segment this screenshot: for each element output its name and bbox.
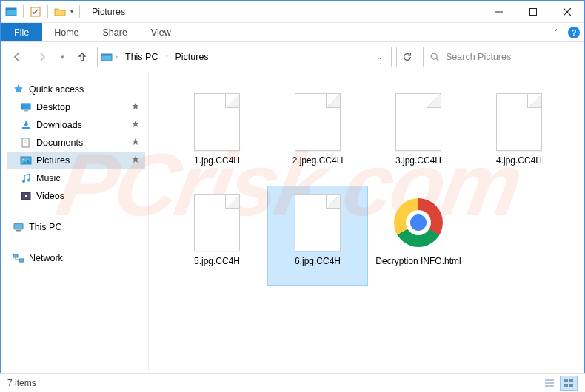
svg-point-19 bbox=[22, 180, 25, 183]
svg-rect-25 bbox=[19, 259, 24, 262]
sidebar-item-music[interactable]: Music bbox=[7, 169, 145, 187]
sidebar-item-label: Quick access bbox=[29, 84, 84, 95]
file-item[interactable]: 2.jpeg.CC4H bbox=[267, 85, 368, 186]
address-dropdown-button[interactable]: ⌄ bbox=[373, 53, 388, 61]
file-item[interactable]: 1.jpg.CC4H bbox=[167, 85, 267, 186]
status-bar: 7 items bbox=[0, 373, 585, 392]
file-name: 6.jpg.CC4H bbox=[295, 256, 341, 267]
quick-access-toolbar: ▾ bbox=[5, 5, 83, 18]
breadcrumb-this-pc[interactable]: This PC bbox=[121, 50, 162, 64]
details-view-button[interactable] bbox=[541, 376, 558, 391]
close-button[interactable] bbox=[550, 1, 584, 23]
refresh-button[interactable] bbox=[396, 47, 418, 67]
svg-rect-13 bbox=[22, 127, 30, 129]
sidebar-network[interactable]: Network bbox=[7, 249, 145, 267]
pin-icon bbox=[132, 156, 139, 165]
music-icon bbox=[20, 172, 32, 184]
sidebar-item-label: Documents bbox=[36, 138, 83, 148]
ribbon-toggle-button[interactable]: ˅ bbox=[547, 23, 564, 41]
help-icon: ? bbox=[568, 27, 580, 38]
folder-qat-icon[interactable] bbox=[54, 6, 66, 18]
search-placeholder: Search Pictures bbox=[446, 52, 511, 62]
forward-button[interactable] bbox=[32, 47, 53, 67]
properties-qat-icon[interactable] bbox=[30, 6, 41, 18]
sidebar-quick-access[interactable]: Quick access bbox=[7, 81, 145, 98]
sidebar-item-label: Pictures bbox=[36, 155, 70, 166]
star-icon bbox=[13, 84, 24, 95]
file-item[interactable]: 5.jpg.CC4H bbox=[167, 186, 267, 286]
svg-point-9 bbox=[431, 53, 437, 59]
tab-home[interactable]: Home bbox=[42, 23, 90, 41]
sidebar-item-documents[interactable]: Documents bbox=[7, 134, 145, 152]
svg-rect-12 bbox=[24, 110, 28, 112]
breadcrumb-label: This PC bbox=[125, 52, 158, 62]
videos-icon bbox=[20, 190, 32, 202]
icons-view-button[interactable] bbox=[560, 376, 578, 391]
chrome-icon bbox=[394, 198, 443, 247]
file-item[interactable]: 4.jpg.CC4H bbox=[469, 85, 569, 186]
files-container: 1.jpg.CC4H2.jpeg.CC4H3.jpg.CC4H4.jpg.CC4… bbox=[167, 85, 577, 286]
file-list: PCrisk.com 1.jpg.CC4H2.jpeg.CC4H3.jpg.CC… bbox=[149, 72, 584, 371]
generic-file-icon bbox=[496, 93, 542, 151]
file-name: 2.jpeg.CC4H bbox=[292, 155, 344, 166]
file-item[interactable]: Decryption INFO.html bbox=[368, 186, 469, 286]
file-item[interactable]: 6.jpg.CC4H bbox=[267, 186, 368, 286]
generic-file-icon bbox=[194, 93, 240, 151]
file-tab[interactable]: File bbox=[1, 23, 42, 41]
file-name: 5.jpg.CC4H bbox=[194, 256, 240, 267]
sidebar-item-label: Videos bbox=[36, 191, 64, 201]
computer-icon bbox=[13, 221, 24, 233]
pictures-icon bbox=[20, 155, 32, 166]
svg-point-20 bbox=[27, 179, 30, 182]
svg-rect-22 bbox=[14, 223, 23, 229]
search-icon bbox=[429, 52, 440, 62]
downloads-icon bbox=[20, 119, 32, 131]
sidebar-item-downloads[interactable]: Downloads bbox=[7, 116, 145, 134]
chevron-right-icon[interactable]: › bbox=[114, 53, 119, 61]
chevron-right-icon[interactable]: › bbox=[164, 53, 169, 61]
svg-rect-32 bbox=[569, 384, 573, 387]
status-item-count: 7 items bbox=[7, 378, 36, 388]
location-icon bbox=[101, 51, 113, 63]
svg-line-10 bbox=[436, 58, 438, 61]
minimize-button[interactable] bbox=[482, 1, 516, 23]
ribbon: File Home Share View ˅ ? bbox=[1, 23, 584, 42]
qat-dropdown-icon[interactable]: ▾ bbox=[70, 8, 73, 15]
app-icon[interactable] bbox=[5, 6, 17, 18]
pin-icon bbox=[132, 138, 139, 147]
generic-file-icon bbox=[295, 194, 341, 251]
sidebar-this-pc[interactable]: This PC bbox=[7, 218, 145, 236]
svg-rect-8 bbox=[101, 54, 112, 56]
svg-rect-29 bbox=[564, 379, 568, 382]
sidebar-item-label: Desktop bbox=[36, 102, 70, 112]
address-bar[interactable]: › This PC › Pictures ⌄ bbox=[97, 47, 392, 67]
maximize-button[interactable] bbox=[516, 1, 550, 23]
svg-rect-4 bbox=[530, 8, 537, 15]
documents-icon bbox=[20, 137, 32, 149]
sidebar-item-videos[interactable]: Videos bbox=[7, 187, 145, 205]
file-item[interactable]: 3.jpg.CC4H bbox=[368, 85, 469, 186]
pin-icon bbox=[132, 103, 139, 112]
svg-rect-24 bbox=[13, 254, 18, 257]
search-box[interactable]: Search Pictures bbox=[423, 47, 578, 67]
breadcrumb-pictures[interactable]: Pictures bbox=[170, 50, 213, 64]
sidebar-item-desktop[interactable]: Desktop bbox=[7, 98, 145, 116]
help-button[interactable]: ? bbox=[564, 23, 584, 41]
tab-share[interactable]: Share bbox=[91, 23, 139, 41]
svg-point-18 bbox=[23, 159, 25, 161]
generic-file-icon bbox=[395, 93, 441, 151]
file-name: 4.jpg.CC4H bbox=[496, 155, 542, 166]
svg-rect-23 bbox=[16, 230, 21, 232]
up-button[interactable] bbox=[72, 47, 93, 67]
desktop-icon bbox=[20, 101, 32, 113]
breadcrumb-label: Pictures bbox=[175, 52, 208, 62]
sidebar-item-pictures[interactable]: Pictures bbox=[7, 152, 145, 169]
sidebar-item-label: This PC bbox=[29, 222, 61, 232]
back-button[interactable] bbox=[7, 47, 27, 67]
body: Quick access DesktopDownloadsDocumentsPi… bbox=[1, 72, 584, 371]
network-icon bbox=[13, 252, 24, 264]
tab-view[interactable]: View bbox=[139, 23, 183, 41]
recent-locations-button[interactable]: ▾ bbox=[57, 47, 67, 67]
sidebar-item-label: Downloads bbox=[36, 120, 82, 130]
window-controls bbox=[482, 1, 584, 23]
